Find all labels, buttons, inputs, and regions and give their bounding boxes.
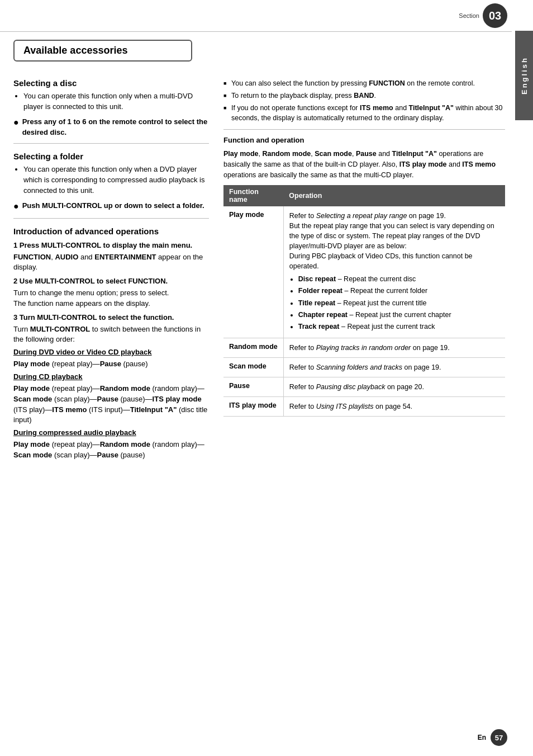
section-number-box: 03 (483, 3, 507, 28)
step1-heading: 1 Press MULTI-CONTROL to display the mai… (13, 240, 209, 251)
step2-heading: 2 Use MULTI-CONTROL to select FUNCTION. (13, 276, 209, 287)
right-bullet-1: ■ You can also select the function by pr… (223, 78, 505, 88)
table-bullet-folder-repeat: Folder repeat – Repeat the current folde… (298, 286, 499, 296)
selecting-folder-list: You can operate this function only when … (13, 164, 209, 196)
cd-seq: Play mode (repeat play)—Random mode (ran… (13, 384, 209, 426)
table-cell-pause-op: Refer to Pausing disc playback on page 2… (283, 377, 505, 397)
page-title-banner: Available accessories (13, 40, 192, 62)
table-cell-playmode-op: Refer to Selecting a repeat play range o… (283, 206, 505, 338)
step3-heading: 3 Turn MULTI-CONTROL to select the funct… (13, 313, 209, 323)
left-column: Selecting a disc You can operate this fu… (0, 62, 218, 474)
table-row-playmode: Play mode Refer to Selecting a repeat pl… (223, 206, 505, 338)
selecting-disc-heading: Selecting a disc (13, 78, 209, 88)
selecting-folder-bold-bullet: ● Push MULTI-CONTROL up or down to selec… (13, 201, 209, 212)
disc-bullet-icon: ● (13, 117, 19, 129)
dvd-header: During DVD video or Video CD playback (13, 347, 209, 358)
table-cell-playmode-name: Play mode (223, 206, 283, 338)
right-bullet-2: ■ To return to the playback display, pre… (223, 91, 505, 101)
selecting-disc-bullet1: You can operate this function only when … (23, 91, 209, 112)
selecting-disc-bold-text: Press any of 1 to 6 on the remote contro… (22, 117, 209, 138)
compressed-seq: Play mode (repeat play)—Random mode (ran… (13, 440, 209, 461)
selecting-folder-bullet1: You can operate this function only when … (23, 164, 209, 196)
page-footer: En 57 (478, 729, 507, 746)
intro-ops-heading: Introduction of advanced operations (13, 226, 209, 236)
table-bullet-chapter-repeat: Chapter repeat – Repeat just the current… (298, 310, 499, 320)
divider-2 (13, 218, 209, 219)
table-cell-its-op: Refer to Using ITS playlists on page 54. (283, 397, 505, 417)
folder-bullet-icon: ● (13, 201, 19, 212)
selecting-folder-bold-text: Push MULTI-CONTROL up or down to select … (22, 201, 204, 211)
table-bullet-title-repeat: Title repeat – Repeat just the current t… (298, 298, 499, 308)
divider-right (223, 129, 505, 130)
dvd-seq: Play mode (repeat play)—Pause (pause) (13, 359, 209, 370)
section-label: Section (459, 12, 479, 19)
table-cell-its-name: ITS play mode (223, 397, 283, 417)
vertical-english-label: English (515, 31, 533, 120)
right-top-bullets: ■ You can also select the function by pr… (223, 78, 505, 124)
table-bullet-track-repeat: Track repeat – Repeat just the current t… (298, 322, 499, 332)
compressed-header: During compressed audio playback (13, 428, 209, 438)
table-cell-pause-name: Pause (223, 377, 283, 397)
table-header-operation: Operation (283, 185, 505, 206)
table-row-pause: Pause Refer to Pausing disc playback on … (223, 377, 505, 397)
table-cell-random-name: Random mode (223, 338, 283, 357)
func-op-heading: Function and operation (223, 135, 505, 146)
divider-1 (13, 143, 209, 144)
selecting-disc-bold-bullet: ● Press any of 1 to 6 on the remote cont… (13, 117, 209, 138)
table-bullet-disc-repeat: Disc repeat – Repeat the current disc (298, 274, 499, 284)
function-table: Function name Operation Play mode Refer … (223, 185, 505, 417)
step3-text: Turn MULTI-CONTROL to switch between the… (13, 324, 209, 346)
top-header: Section 03 (0, 0, 512, 32)
page-title-banner-wrapper: Available accessories (0, 32, 512, 62)
func-op-intro: Play mode, Random mode, Scan mode, Pause… (223, 149, 505, 180)
table-cell-random-op: Refer to Playing tracks in random order … (283, 338, 505, 357)
right-bullet-3: ■ If you do not operate functions except… (223, 103, 505, 123)
page-number-circle: 57 (491, 729, 507, 746)
selecting-folder-heading: Selecting a folder (13, 152, 209, 161)
selecting-disc-list: You can operate this function only when … (13, 91, 209, 112)
main-content: Selecting a disc You can operate this fu… (0, 62, 512, 474)
en-label: En (478, 734, 486, 741)
right-column: ■ You can also select the function by pr… (218, 62, 512, 474)
step1-text: FUNCTION, AUDIO and ENTERTAINMENT appear… (13, 252, 209, 273)
table-cell-scan-op: Refer to Scanning folders and tracks on … (283, 358, 505, 377)
page-title: Available accessories (23, 45, 182, 56)
table-row-randommode: Random mode Refer to Playing tracks in r… (223, 338, 505, 357)
table-header-function: Function name (223, 185, 283, 206)
table-row-its-play-mode: ITS play mode Refer to Using ITS playlis… (223, 397, 505, 417)
cd-header: During CD playback (13, 372, 209, 382)
table-row-scanmode: Scan mode Refer to Scanning folders and … (223, 358, 505, 377)
step2-text: Turn to change the menu option; press to… (13, 288, 209, 309)
table-cell-scan-name: Scan mode (223, 358, 283, 377)
